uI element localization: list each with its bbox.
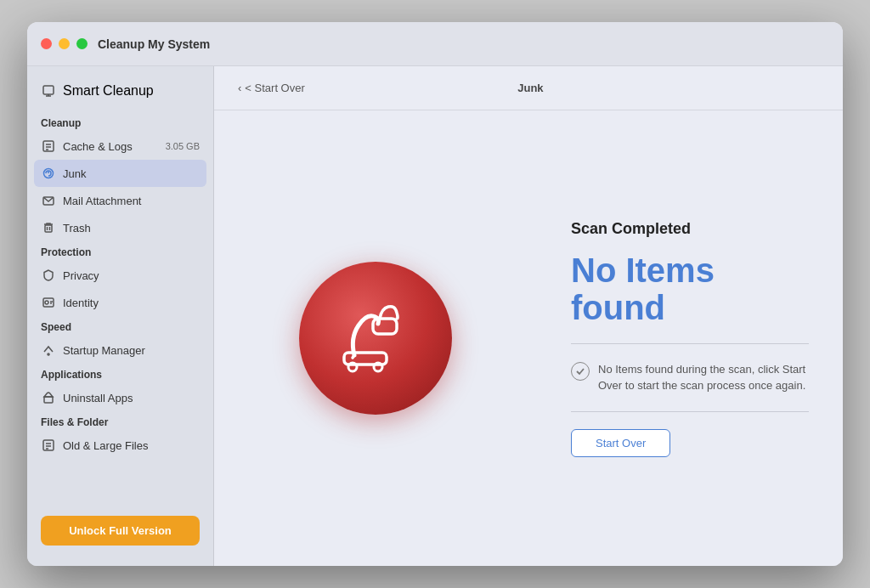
titlebar: Cleanup My System <box>27 22 843 66</box>
start-over-header-label: < Start Over <box>245 82 304 94</box>
trash-label: Trash <box>63 222 91 235</box>
privacy-icon <box>41 268 56 283</box>
close-button[interactable] <box>41 38 52 49</box>
section-label-speed: Speed <box>27 316 213 336</box>
trash-icon <box>41 220 56 235</box>
maximize-button[interactable] <box>76 38 88 49</box>
svg-point-14 <box>45 301 48 304</box>
smart-cleanup-icon <box>41 83 56 99</box>
sidebar-item-identity[interactable]: Identity <box>27 289 213 316</box>
app-title: Cleanup My System <box>98 37 210 51</box>
old-large-files-icon <box>41 438 56 453</box>
vacuum-illustration <box>299 262 452 415</box>
svg-line-26 <box>353 355 354 358</box>
check-circle-icon <box>571 362 590 381</box>
old-large-files-label: Old & Large Files <box>63 439 148 452</box>
uninstall-apps-label: Uninstall Apps <box>63 392 133 404</box>
section-label-applications: Applications <box>27 364 213 384</box>
identity-icon <box>41 295 56 310</box>
svg-point-25 <box>374 363 382 371</box>
junk-label: Junk <box>63 167 86 180</box>
app-window: Cleanup My System Smart Cleanup Cleanup <box>27 22 843 566</box>
cache-logs-icon <box>41 139 56 154</box>
chevron-left-icon: ‹ <box>238 82 241 94</box>
main-layout: Smart Cleanup Cleanup Cache & Logs 3.05 … <box>27 66 843 566</box>
sidebar-item-privacy[interactable]: Privacy <box>27 262 213 289</box>
content-body: Scan Completed No Items found No Items f… <box>214 110 843 566</box>
sidebar-item-cache-logs[interactable]: Cache & Logs 3.05 GB <box>27 133 213 160</box>
content-header: ‹ < Start Over Junk <box>214 66 843 110</box>
no-items-found-label: No Items found <box>571 252 809 326</box>
section-label-cleanup: Cleanup <box>27 112 213 133</box>
sidebar-item-mail-attachment[interactable]: Mail Attachment <box>27 187 213 214</box>
svg-rect-0 <box>43 86 54 94</box>
identity-label: Identity <box>63 297 99 309</box>
minimize-button[interactable] <box>59 38 70 49</box>
content-area: ‹ < Start Over Junk <box>214 66 843 566</box>
svg-point-17 <box>48 353 49 355</box>
junk-icon <box>41 166 56 181</box>
mail-attachment-label: Mail Attachment <box>63 195 142 207</box>
startup-manager-icon <box>41 342 56 358</box>
divider-top <box>571 343 809 344</box>
traffic-lights <box>41 38 88 49</box>
sidebar-item-old-large-files[interactable]: Old & Large Files <box>27 432 213 459</box>
sidebar-item-smart-cleanup[interactable]: Smart Cleanup <box>27 76 213 105</box>
mail-attachment-icon <box>41 193 56 208</box>
unlock-full-version-button[interactable]: Unlock Full Version <box>41 516 200 546</box>
start-over-header-button[interactable]: ‹ < Start Over <box>231 78 312 98</box>
sidebar-item-uninstall-apps[interactable]: Uninstall Apps <box>27 384 213 411</box>
section-label-protection: Protection <box>27 241 213 262</box>
start-over-action-button[interactable]: Start Over <box>571 429 670 457</box>
sidebar: Smart Cleanup Cleanup Cache & Logs 3.05 … <box>27 66 214 566</box>
svg-point-24 <box>348 363 357 371</box>
divider-bottom <box>571 411 809 412</box>
svg-rect-10 <box>45 225 52 232</box>
smart-cleanup-label: Smart Cleanup <box>63 83 154 99</box>
scan-description: No Items found during the scan, click St… <box>571 361 809 394</box>
page-title: Junk <box>312 82 749 94</box>
sidebar-item-junk[interactable]: Junk <box>34 160 206 187</box>
uninstall-apps-icon <box>41 390 56 405</box>
section-label-files-folder: Files & Folder <box>27 411 213 432</box>
sidebar-spacer <box>27 459 213 506</box>
sidebar-item-startup-manager[interactable]: Startup Manager <box>27 336 213 364</box>
privacy-label: Privacy <box>63 269 99 282</box>
scan-completed-label: Scan Completed <box>571 220 809 238</box>
cache-logs-badge: 3.05 GB <box>166 141 200 151</box>
left-visual <box>214 262 537 415</box>
vacuum-svg <box>329 291 422 385</box>
right-info: Scan Completed No Items found No Items f… <box>537 195 843 483</box>
startup-manager-label: Startup Manager <box>63 344 145 357</box>
scan-description-text: No Items found during the scan, click St… <box>598 361 809 394</box>
cache-logs-label: Cache & Logs <box>63 140 133 153</box>
sidebar-item-trash[interactable]: Trash <box>27 214 213 241</box>
